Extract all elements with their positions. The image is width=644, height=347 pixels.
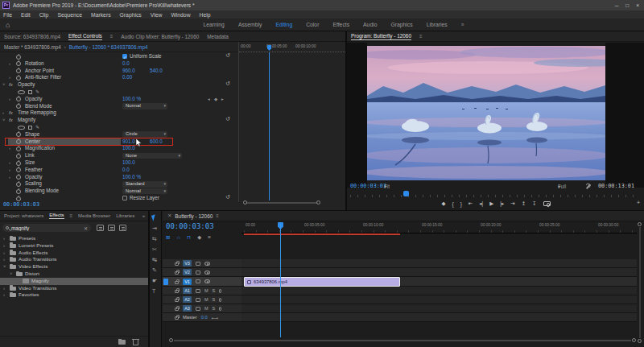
- go-to-in-icon[interactable]: ⇤: [469, 200, 473, 207]
- tab-audio-clip-mixer-butterfly-12060[interactable]: Audio Clip Mixer: Butterfly - 12060: [121, 34, 199, 39]
- stopwatch-icon[interactable]: [16, 55, 21, 60]
- tab-libraries[interactable]: Libraries: [116, 213, 134, 218]
- twirl-icon[interactable]: ›: [3, 250, 5, 257]
- effect-zoom-scrollbar[interactable]: [243, 200, 320, 204]
- sync-lock-icon[interactable]: [196, 298, 200, 302]
- next-keyframe-icon[interactable]: ▸: [221, 96, 224, 103]
- fit-track-icon[interactable]: ⟷: [212, 315, 219, 320]
- track-header-a1[interactable]: A1MS: [163, 287, 242, 295]
- tab-effects[interactable]: Effects: [49, 213, 64, 219]
- toggle-track-output-icon[interactable]: [204, 271, 210, 275]
- new-bin-icon[interactable]: [118, 340, 126, 345]
- stopwatch-icon[interactable]: [16, 132, 21, 137]
- workspace-tab-effects[interactable]: Effects: [332, 22, 349, 27]
- dropdown-blend-mode[interactable]: Normal▾: [122, 103, 167, 109]
- tool-type[interactable]: T: [152, 288, 155, 294]
- dropdown-blending-mode[interactable]: Normal▾: [122, 188, 167, 195]
- param-value[interactable]: 100.0 %: [122, 174, 141, 181]
- track-content-master[interactable]: [242, 313, 637, 322]
- toggle-track-output-icon[interactable]: [204, 262, 210, 266]
- mute-icon[interactable]: M: [204, 288, 208, 293]
- accelerated-effects-badge[interactable]: [97, 225, 104, 231]
- solo-icon[interactable]: S: [213, 297, 216, 302]
- zoom-handle-left[interactable]: [169, 338, 173, 342]
- program-scrubber[interactable]: [350, 192, 640, 197]
- menu-edit[interactable]: Edit: [21, 12, 31, 18]
- go-to-out-icon[interactable]: ⇥: [510, 200, 514, 207]
- param-value[interactable]: 100.0: [122, 145, 135, 152]
- menu-view[interactable]: View: [151, 12, 163, 18]
- lock-icon[interactable]: [175, 290, 179, 293]
- source-patch-v1[interactable]: [163, 279, 168, 285]
- twirl-icon[interactable]: ›: [9, 74, 10, 81]
- tab-source-634937806-mp4[interactable]: Source: 634937806.mp4: [4, 34, 60, 39]
- stopwatch-icon[interactable]: [16, 61, 21, 66]
- workspace-tab-color[interactable]: Color: [306, 22, 319, 27]
- lock-icon[interactable]: [175, 262, 179, 266]
- prev-keyframe-icon[interactable]: ◂: [208, 96, 210, 103]
- twirl-icon[interactable]: ›: [3, 242, 5, 250]
- effect-controls-timecode[interactable]: 00:00:03:03: [3, 201, 39, 208]
- timeline-ruler[interactable]: 00:0000:00:05:0000:00:10:0000:00:15:0000…: [242, 222, 637, 233]
- tool-hand[interactable]: ☛: [152, 278, 157, 284]
- twirl-icon[interactable]: ˅: [2, 117, 6, 124]
- reset-icon[interactable]: ↺: [225, 81, 230, 88]
- menu-file[interactable]: File: [3, 12, 12, 18]
- track-header-a3[interactable]: A3MS: [163, 304, 242, 313]
- twirl-icon[interactable]: ›: [9, 96, 10, 103]
- track-content-a1[interactable]: [242, 287, 637, 295]
- tree-item-audio-effects[interactable]: ›Audio Effects: [0, 250, 148, 257]
- lock-icon[interactable]: [175, 308, 179, 311]
- timeline-timecode[interactable]: 00:00:03:03: [166, 222, 214, 230]
- track-header-v2[interactable]: V2: [163, 268, 242, 277]
- twirl-icon[interactable]: ›: [9, 60, 10, 68]
- workspace-tab-graphics[interactable]: Graphics: [390, 22, 412, 27]
- minimize-icon[interactable]: ─: [615, 2, 619, 8]
- yuv-effects-badge[interactable]: [119, 225, 126, 231]
- effect-timeline-divider[interactable]: [238, 42, 239, 202]
- tool-ripple-edit[interactable]: ⇆: [152, 236, 157, 242]
- rect-mask-icon[interactable]: [28, 90, 32, 94]
- menu-markers[interactable]: Markers: [91, 12, 111, 18]
- extract-icon[interactable]: ↧: [532, 200, 536, 207]
- voiceover-icon[interactable]: [219, 289, 221, 293]
- linked-selection-icon[interactable]: ⊓: [187, 234, 191, 241]
- twirl-icon[interactable]: ›: [9, 145, 10, 152]
- track-header-a2[interactable]: A2MS: [163, 295, 242, 304]
- stopwatch-icon[interactable]: [16, 161, 21, 166]
- panel-menu-icon[interactable]: ≡: [70, 213, 73, 218]
- checkbox-uniform-scale[interactable]: ✓: [122, 54, 127, 59]
- rect-mask-icon[interactable]: [28, 126, 32, 130]
- scroll-handle-top[interactable]: [638, 222, 642, 226]
- tab-sequence[interactable]: Butterfly - 12060: [175, 213, 213, 219]
- lock-icon[interactable]: [175, 271, 179, 275]
- step-back-icon[interactable]: ◂|: [479, 200, 483, 207]
- stopwatch-icon[interactable]: [16, 104, 21, 109]
- pen-mask-icon[interactable]: ✎: [35, 124, 39, 131]
- twirl-icon[interactable]: ˅: [10, 271, 13, 278]
- menu-help[interactable]: Help: [200, 12, 211, 18]
- param-value[interactable]: 0.0: [122, 60, 130, 68]
- tab-effect-controls[interactable]: Effect Controls: [68, 33, 102, 40]
- stopwatch-icon[interactable]: [16, 97, 21, 101]
- insert-overwrite-icon[interactable]: ⊞: [166, 234, 170, 241]
- tree-item-lumetri-presets[interactable]: ›Lumetri Presets: [0, 242, 148, 250]
- stopwatch-icon[interactable]: [16, 189, 21, 194]
- add-marker-icon[interactable]: ◆: [197, 234, 201, 241]
- panel-menu-icon[interactable]: ≡: [216, 213, 219, 218]
- effect-mini-timeline-ruler[interactable]: :00:0000:00:05:0000:00:10:00: [239, 42, 345, 52]
- close-icon[interactable]: ×: [636, 2, 639, 8]
- twirl-icon[interactable]: ›: [9, 159, 10, 167]
- voiceover-icon[interactable]: [219, 298, 221, 302]
- sync-lock-icon[interactable]: [196, 279, 200, 283]
- param-value[interactable]: 540.0: [150, 68, 163, 75]
- timeline-zoom-scrollbar[interactable]: [169, 338, 636, 343]
- checkbox-resize-layer[interactable]: [122, 196, 127, 200]
- track-content-a3[interactable]: [242, 304, 637, 313]
- mute-icon[interactable]: M: [204, 306, 208, 311]
- twirl-icon[interactable]: ›: [2, 109, 4, 117]
- sequence-clip-label[interactable]: Butterfly - 12060 * 634937806.mp4: [69, 44, 148, 50]
- twirl-icon[interactable]: ˅: [2, 81, 6, 89]
- workspace-tab-assembly[interactable]: Assembly: [238, 22, 262, 27]
- param-value[interactable]: 960.0: [122, 68, 135, 75]
